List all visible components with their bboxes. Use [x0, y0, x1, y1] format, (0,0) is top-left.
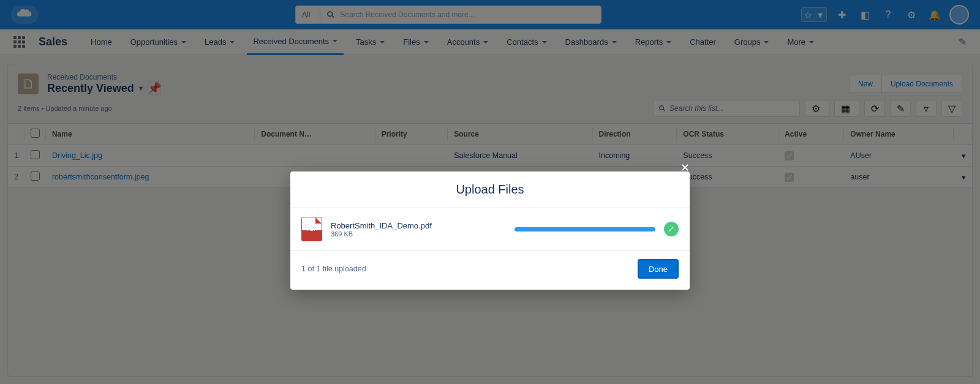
- file-size: 369 KB: [331, 230, 506, 238]
- file-name: RobertSmith_IDA_Demo.pdf: [331, 221, 506, 230]
- upload-status-text: 1 of 1 file uploaded: [301, 265, 366, 273]
- upload-progress-bar: [514, 227, 655, 232]
- pdf-file-icon: PDF: [301, 217, 322, 241]
- done-button[interactable]: Done: [638, 259, 679, 279]
- upload-file-row: PDF RobertSmith_IDA_Demo.pdf 369 KB ✓: [290, 208, 690, 250]
- file-info: RobertSmith_IDA_Demo.pdf 369 KB: [331, 221, 506, 238]
- modal-footer: 1 of 1 file uploaded Done: [290, 250, 690, 290]
- upload-files-modal: ✕ Upload Files PDF RobertSmith_IDA_Demo.…: [290, 171, 690, 290]
- close-icon: ✕: [680, 161, 690, 175]
- modal-backdrop: ✕ Upload Files PDF RobertSmith_IDA_Demo.…: [0, 0, 980, 384]
- modal-title: Upload Files: [290, 171, 690, 208]
- close-button[interactable]: ✕: [676, 159, 693, 176]
- upload-success-icon: ✓: [664, 222, 679, 236]
